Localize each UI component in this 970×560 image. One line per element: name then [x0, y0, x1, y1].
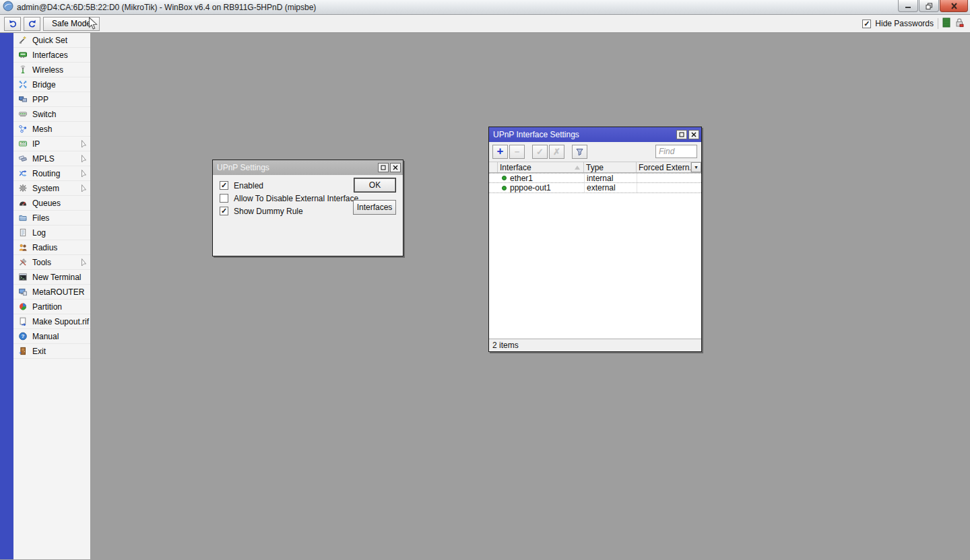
tools-icon	[18, 258, 28, 267]
svg-text:255: 255	[20, 141, 26, 145]
sidebar-item-label: Manual	[32, 332, 59, 341]
cell-interface: ether1	[498, 174, 584, 182]
table-row-pppoe-out1[interactable]: pppoe-out1external	[489, 183, 701, 193]
interfaces-button[interactable]: Interfaces	[353, 200, 396, 215]
column-header-interface[interactable]: Interface	[498, 162, 584, 172]
sidebar-item-label: MetaROUTER	[32, 287, 84, 297]
sidebar-item-ppp[interactable]: PPP	[13, 92, 90, 107]
switch-icon	[18, 110, 28, 118]
toolbar-separator	[938, 18, 938, 29]
upnp-interface-settings-titlebar[interactable]: UPnP Interface Settings	[489, 127, 701, 142]
sidebar-item-system[interactable]: System	[13, 181, 90, 196]
sidebar-item-bridge[interactable]: Bridge	[13, 77, 90, 92]
sidebar-item-routing[interactable]: Routing	[13, 166, 90, 181]
redo-button[interactable]	[24, 17, 40, 31]
undo-button[interactable]	[4, 17, 21, 31]
close-button[interactable]	[390, 163, 401, 172]
table-row-ether1[interactable]: ether1internal	[489, 173, 701, 183]
add-button[interactable]: +	[492, 145, 508, 159]
sidebar-item-label: Files	[32, 213, 49, 223]
cell-interface: pppoe-out1	[498, 183, 584, 193]
sidebar-item-exit[interactable]: Exit	[13, 344, 90, 359]
sidebar-item-label: New Terminal	[32, 273, 81, 282]
sidebar-item-metarouter[interactable]: MetaROUTER	[13, 285, 90, 300]
close-icon	[691, 132, 697, 137]
interface-name: ether1	[510, 174, 533, 182]
close-icon	[393, 165, 398, 170]
column-dropdown-button[interactable]: ▼	[691, 162, 701, 172]
window-titlebar[interactable]: admin@D4:CA:6D:5B:22:D0 (MikroTik) - Win…	[0, 0, 970, 15]
supout-icon	[18, 317, 28, 326]
maximize-icon	[381, 165, 386, 170]
sidebar-item-radius[interactable]: Radius	[13, 240, 90, 255]
ppp-icon	[18, 95, 28, 104]
sidebar-item-quick-set[interactable]: Quick Set	[13, 33, 90, 48]
sidebar-item-label: Partition	[32, 302, 62, 312]
upnp-settings-titlebar[interactable]: UPnP Settings	[213, 160, 403, 175]
sidebar-item-make-supout-rif[interactable]: Make Supout.rif	[13, 314, 90, 329]
main-toolbar: Safe Mode Hide Passwords	[0, 15, 970, 33]
interface-table-body: ether1internalpppoe-out1external	[489, 173, 701, 339]
sidebar-item-mpls[interactable]: MPLS	[13, 151, 90, 166]
enabled-checkbox[interactable]	[220, 181, 228, 190]
wireless-icon	[18, 65, 28, 74]
interfaces-icon	[18, 50, 28, 59]
column-header-forced-external[interactable]: Forced Extern...	[637, 162, 691, 172]
row-gutter	[489, 183, 498, 193]
maximize-button[interactable]	[378, 163, 389, 172]
mesh-icon	[18, 125, 28, 133]
restore-button[interactable]	[919, 0, 939, 12]
find-input[interactable]	[655, 145, 697, 158]
submenu-arrow-icon	[81, 258, 87, 269]
hide-passwords-checkbox[interactable]	[862, 20, 871, 28]
show-dummy-rule-checkbox[interactable]	[220, 207, 228, 215]
sidebar-item-label: Log	[32, 228, 46, 238]
column-header-type[interactable]: Type	[584, 162, 637, 172]
close-button[interactable]	[688, 130, 699, 139]
close-button[interactable]	[940, 0, 968, 12]
sidebar-item-manual[interactable]: ?Manual	[13, 329, 90, 344]
allow-to-disable-external-interface-checkbox[interactable]	[220, 194, 228, 203]
sidebar-item-label: Radius	[32, 243, 57, 252]
sidebar-item-label: Mesh	[32, 125, 52, 134]
sidebar-item-mesh[interactable]: Mesh	[13, 122, 90, 137]
upnp-interface-settings-dialog: UPnP Interface Settings +−✓✗ Interface	[488, 127, 702, 352]
redo-arrow-icon	[28, 19, 37, 28]
sidebar-item-partition[interactable]: Partition	[13, 300, 90, 314]
brand-text: RouterOS WinBox	[0, 468, 1, 555]
sidebar-item-log[interactable]: Log	[13, 225, 90, 240]
sidebar-item-label: Interfaces	[32, 50, 68, 60]
sidebar-item-switch[interactable]: Switch	[13, 107, 90, 122]
submenu-arrow-icon	[81, 184, 87, 195]
sidebar-item-files[interactable]: Files	[13, 211, 90, 225]
sidebar-item-interfaces[interactable]: Interfaces	[13, 48, 90, 63]
files-icon	[18, 213, 28, 222]
undo-arrow-icon	[8, 19, 18, 28]
sidebar-item-new-terminal[interactable]: New Terminal	[13, 270, 90, 285]
sidebar-item-label: Tools	[32, 258, 51, 267]
sidebar-item-label: IP	[32, 139, 40, 149]
sidebar-item-queues[interactable]: Queues	[13, 196, 90, 211]
filter-button[interactable]	[572, 145, 587, 159]
minimize-icon	[905, 3, 911, 9]
queues-icon	[18, 199, 28, 207]
wand-icon	[18, 36, 28, 44]
sidebar-item-ip[interactable]: 255IP	[13, 137, 90, 151]
ok-button[interactable]: OK	[354, 178, 396, 193]
close-icon	[950, 3, 958, 9]
sidebar-item-wireless[interactable]: Wireless	[13, 63, 90, 77]
sidebar-item-tools[interactable]: Tools	[13, 255, 90, 270]
mdi-area: UPnP Settings EnabledAllow To Disable Ex…	[91, 33, 970, 559]
maximize-icon	[679, 132, 684, 137]
maximize-button[interactable]	[676, 130, 687, 139]
metarouter-icon	[18, 287, 28, 296]
minimize-button[interactable]	[898, 0, 918, 12]
manual-icon: ?	[18, 332, 28, 341]
checkbox-label: Show Dummy Rule	[234, 207, 303, 216]
status-bar: 2 items	[489, 339, 701, 351]
sidebar-item-label: PPP	[32, 95, 48, 104]
enabled-led-icon	[502, 186, 507, 190]
safe-mode-button[interactable]: Safe Mode	[43, 17, 100, 31]
sidebar-item-label: System	[32, 184, 59, 193]
remove-button: −	[509, 145, 525, 159]
